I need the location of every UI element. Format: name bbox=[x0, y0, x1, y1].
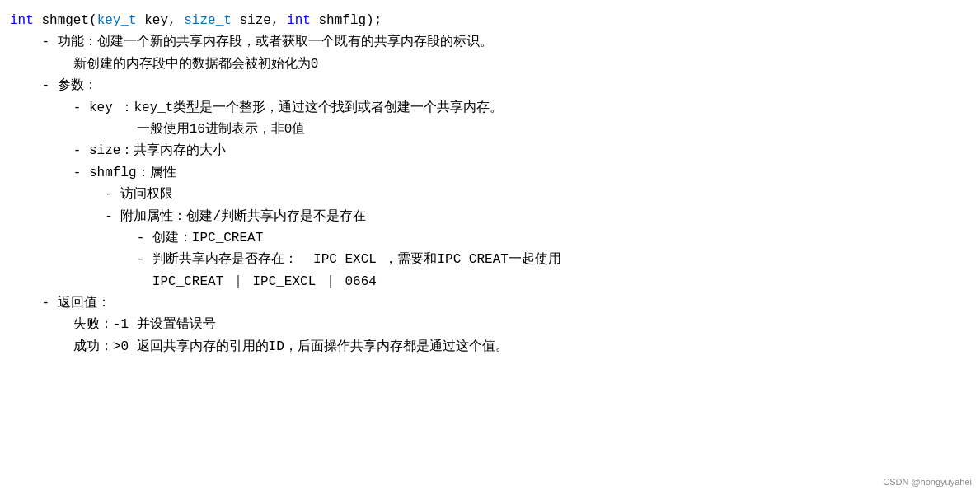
func-name: shmget( bbox=[41, 13, 96, 28]
function-signature: int shmget(key_t key, size_t size, int s… bbox=[10, 10, 970, 31]
type-size_t: size_t bbox=[184, 13, 232, 28]
desc-line-5: 一般使用16进制表示，非0值 bbox=[10, 119, 970, 140]
desc-line-15: 成功：>0 返回共享内存的引用的ID，后面操作共享内存都是通过这个值。 bbox=[10, 336, 970, 357]
desc-line-3: - 参数： bbox=[10, 75, 970, 96]
desc-line-10: - 创建：IPC_CREAT bbox=[10, 227, 970, 249]
desc-line-12: IPC_CREAT ｜ IPC_EXCL ｜ 0664 bbox=[10, 271, 970, 292]
desc-line-11: - 判断共享内存是否存在： IPC_EXCL ，需要和IPC_CREAT一起使用 bbox=[10, 249, 970, 270]
desc-line-14: 失败：-1 并设置错误号 bbox=[10, 314, 970, 335]
param-key: key, bbox=[137, 13, 185, 28]
desc-line-9: - 附加属性：创建/判断共享内存是不是存在 bbox=[10, 206, 970, 227]
param-size: size, bbox=[232, 13, 287, 28]
keyword-int: int bbox=[10, 13, 34, 28]
param-shmflg: shmflg); bbox=[311, 13, 382, 28]
watermark: CSDN @hongyuyahei bbox=[883, 475, 972, 490]
keyword-int2: int bbox=[287, 13, 311, 28]
desc-line-7: - shmflg：属性 bbox=[10, 162, 970, 184]
type-key_t: key_t bbox=[97, 13, 137, 28]
desc-line-13: - 返回值： bbox=[10, 292, 970, 314]
desc-line-1: - 功能：创建一个新的共享内存段，或者获取一个既有的共享内存段的标识。 bbox=[10, 31, 970, 53]
documentation-content: int shmget(key_t key, size_t size, int s… bbox=[10, 7, 970, 361]
desc-line-4: - key ：key_t类型是一个整形，通过这个找到或者创建一个共享内存。 bbox=[10, 97, 970, 119]
desc-line-2: 新创建的内存段中的数据都会被初始化为0 bbox=[10, 54, 970, 75]
desc-line-8: - 访问权限 bbox=[10, 184, 970, 205]
desc-line-6: - size：共享内存的大小 bbox=[10, 140, 970, 161]
